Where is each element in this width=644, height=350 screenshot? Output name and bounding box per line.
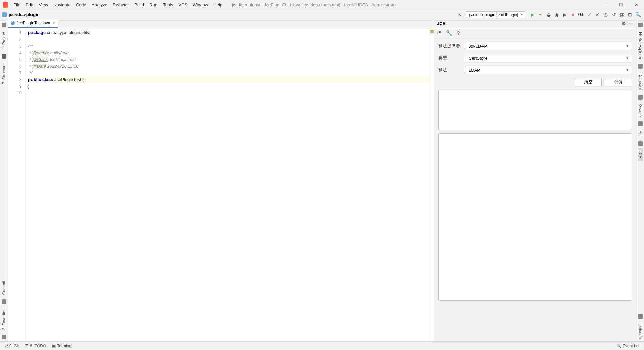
menu-edit[interactable]: Edit <box>23 2 36 7</box>
compute-button[interactable]: 计算 <box>605 78 632 86</box>
code-line: * @Class JcePluginTest <box>28 56 429 63</box>
build-hammer-icon[interactable]: ↘ <box>456 11 464 19</box>
wrench-icon[interactable]: 🔧 <box>446 30 452 36</box>
window-title: jce-idea-plugin - JcePluginTest.java [jc… <box>232 2 397 7</box>
tool-jce[interactable]: JCE <box>638 148 643 161</box>
project-tool-icon <box>2 23 6 27</box>
stop-button[interactable]: ■ <box>569 11 577 19</box>
code-line: * @author cuijiufeng <box>28 50 429 56</box>
git-history-icon[interactable]: ◷ <box>602 11 610 19</box>
code-line <box>28 90 429 96</box>
minimize-panel-icon[interactable]: — <box>629 21 633 26</box>
undo-icon[interactable]: ↺ <box>437 30 441 36</box>
tool-terminal[interactable]: ▣ Terminal <box>52 344 72 348</box>
bottom-tool-strip: ⎇ 9: Git ☰ 6: TODO ▣ Terminal 🔍 Event Lo… <box>0 341 644 350</box>
minimize-button[interactable]: — <box>598 0 613 10</box>
menu-analyze[interactable]: Analyze <box>89 2 110 7</box>
debug-button[interactable]: ⌖ <box>536 11 544 19</box>
chevron-down-icon: ▼ <box>626 56 629 60</box>
row-provider: 算法提供者 JdkLDAP▼ <box>438 42 632 50</box>
tool-gradle[interactable]: Gradle <box>638 102 643 119</box>
project-structure-icon[interactable]: ▦ <box>618 11 626 19</box>
left-tool-strip: 1: Project 7: Structure Commit 2: Favori… <box>0 19 8 341</box>
menu-tools[interactable]: Tools <box>160 2 176 7</box>
error-stripe[interactable] <box>429 28 434 341</box>
label-type: 类型 <box>438 55 462 61</box>
menu-vcs[interactable]: VCS <box>176 2 190 7</box>
git-label: Git: <box>578 12 584 17</box>
tool-favorites[interactable]: 2: Favorites <box>2 306 6 333</box>
tool-nosql[interactable]: NoSql Explorer <box>638 29 643 62</box>
menu-help[interactable]: Help <box>211 2 225 7</box>
row-algo: 算法 LDAP▼ <box>438 66 632 74</box>
jce-panel: JCE ⚙ — ↺ 🔧 ? 算法提供者 JdkLDAP▼ 类型 CertStor… <box>434 19 636 341</box>
tool-ant[interactable]: Ant <box>638 128 643 139</box>
tab-jceplugintest[interactable]: JcePluginTest.java × <box>8 19 58 28</box>
select-type[interactable]: CertStore▼ <box>466 54 632 62</box>
output-box[interactable] <box>438 133 632 301</box>
tab-close-icon[interactable]: × <box>53 21 55 25</box>
row-type: 类型 CertStore▼ <box>438 54 632 62</box>
tool-structure[interactable]: 7: Structure <box>2 61 6 87</box>
favorites-icon <box>2 335 6 339</box>
database-icon <box>638 64 643 69</box>
jce-panel-toolbar: ↺ 🔧 ? <box>434 28 636 38</box>
tool-todo[interactable]: ☰ 6: TODO <box>25 344 46 348</box>
java-class-icon <box>11 21 15 25</box>
folder-icon <box>2 54 6 59</box>
title-bar: FFileile Edit View Navigate Code Analyze… <box>0 0 644 10</box>
profiler-button[interactable]: ◉ <box>553 11 561 19</box>
gradle-icon <box>638 95 643 100</box>
tool-leetcode[interactable]: leetcode <box>638 321 643 341</box>
run-button[interactable]: ▶ <box>528 11 536 19</box>
code-line: package cn.easyjce.plugin.utils; <box>28 29 429 36</box>
git-update-icon[interactable]: ✓ <box>586 11 594 19</box>
chevron-down-icon: ▼ <box>626 68 629 72</box>
close-button[interactable]: ✕ <box>629 0 644 10</box>
menu-refactor[interactable]: Refactor <box>110 2 132 7</box>
git-commit-icon[interactable]: ✔ <box>594 11 602 19</box>
tool-eventlog[interactable]: 🔍 Event Log <box>616 344 641 348</box>
code-line: public class JcePluginTest { <box>28 76 429 83</box>
commit-icon <box>2 299 6 304</box>
menu-file[interactable]: FFileile <box>11 2 23 7</box>
chevron-down-icon: ▼ <box>520 13 523 16</box>
tool-git[interactable]: ⎇ 9: Git <box>3 344 19 348</box>
select-provider[interactable]: JdkLDAP▼ <box>466 42 632 50</box>
maximize-button[interactable]: ☐ <box>613 0 629 10</box>
input-box[interactable] <box>438 90 632 130</box>
warning-marker[interactable] <box>430 30 434 33</box>
attach-button[interactable]: ▶ <box>561 11 569 19</box>
menu-build[interactable]: Build <box>132 2 147 7</box>
project-icon <box>2 12 7 17</box>
editor-tabs: JcePluginTest.java × <box>8 19 434 28</box>
settings-icon[interactable]: ⊟ <box>626 11 634 19</box>
clear-button[interactable]: 清空 <box>575 78 602 86</box>
nosql-icon <box>638 23 643 27</box>
ant-icon <box>638 121 643 126</box>
menu-navigate[interactable]: Navigate <box>51 2 73 7</box>
code-line: * @Date 2022/8/26 15:10 <box>28 63 429 70</box>
tool-database[interactable]: Database <box>638 71 643 93</box>
code-lines[interactable]: package cn.easyjce.plugin.utils; /** * @… <box>25 28 429 341</box>
breadcrumb-project[interactable]: jce-idea-plugin <box>9 12 40 17</box>
main-area: 1: Project 7: Structure Commit 2: Favori… <box>0 19 644 341</box>
menu-window[interactable]: Window <box>190 2 211 7</box>
coverage-button[interactable]: ◒ <box>544 11 553 19</box>
menu-code[interactable]: Code <box>73 2 89 7</box>
git-rollback-icon[interactable]: ↺ <box>610 11 618 19</box>
menu-view[interactable]: View <box>36 2 51 7</box>
select-algo[interactable]: LDAP▼ <box>466 66 632 74</box>
code-editor[interactable]: 1 2 3 4 5 6 7 8 9 10 package cn.easyjce.… <box>8 28 434 341</box>
run-config-label: jce-idea-plugin [buildPlugin] <box>469 12 518 17</box>
help-icon[interactable]: ? <box>457 30 460 36</box>
tab-label: JcePluginTest.java <box>17 21 50 25</box>
menu-run[interactable]: Run <box>147 2 160 7</box>
search-everywhere-icon[interactable]: 🔍 <box>634 11 642 19</box>
tool-project[interactable]: 1: Project <box>2 29 6 52</box>
leetcode-icon <box>638 314 643 319</box>
tool-commit[interactable]: Commit <box>2 278 6 297</box>
gear-icon[interactable]: ⚙ <box>622 21 626 26</box>
run-config-selector[interactable]: jce-idea-plugin [buildPlugin] ▼ <box>466 11 527 18</box>
editor-region: JcePluginTest.java × 1 2 3 4 5 6 7 8 9 1… <box>8 19 434 341</box>
